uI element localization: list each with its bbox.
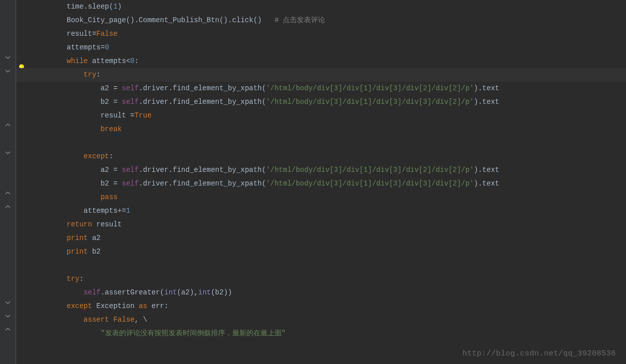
fold-end-icon[interactable] [5, 122, 11, 130]
code-line[interactable] [16, 136, 626, 150]
code-line[interactable]: except Exception as err: [16, 299, 626, 313]
code-line[interactable]: a2 = self.driver.find_element_by_xpath('… [16, 82, 626, 95]
gutter: 💡 [0, 0, 16, 364]
code-line[interactable] [16, 259, 626, 272]
code-line[interactable]: result=False [16, 27, 626, 41]
fold-end-icon[interactable] [5, 204, 11, 212]
code-line[interactable]: b2 = self.driver.find_element_by_xpath('… [16, 95, 626, 109]
code-line[interactable]: print a2 [16, 231, 626, 245]
code-line[interactable]: try: [16, 272, 626, 286]
code-line[interactable]: result =True [16, 109, 626, 123]
fold-end-icon[interactable] [5, 190, 11, 198]
code-area[interactable]: time.sleep(1) Book_City_page().Comment_P… [16, 0, 626, 364]
code-line[interactable]: a2 = self.driver.find_element_by_xpath('… [16, 163, 626, 177]
code-line[interactable]: break [16, 123, 626, 136]
code-line[interactable]: return result [16, 218, 626, 231]
watermark-text: http://blog.csdn.net/qq_39208536 [462, 349, 616, 358]
code-line[interactable]: assert False, \ [16, 313, 626, 327]
fold-marker-icon[interactable] [5, 68, 11, 76]
code-line[interactable]: Book_City_page().Comment_Publish_Btn().c… [16, 14, 626, 27]
code-line[interactable]: print b2 [16, 245, 626, 259]
code-line-current[interactable]: try: [16, 68, 626, 82]
editor-container: 💡 time.sleep(1) Book_City_page().Comment… [0, 0, 626, 364]
code-line[interactable]: self.assertGreater(int(a2),int(b2)) [16, 286, 626, 299]
fold-marker-icon[interactable] [5, 299, 11, 307]
fold-end-icon[interactable] [5, 326, 11, 334]
code-line[interactable]: attempts+=1 [16, 204, 626, 218]
code-line[interactable]: "发表的评论没有按照发表时间倒叙排序，最新的在最上面" [16, 327, 626, 340]
code-line[interactable]: except: [16, 150, 626, 163]
code-line[interactable]: time.sleep(1) [16, 0, 626, 14]
fold-marker-icon[interactable] [5, 313, 11, 321]
code-line[interactable]: b2 = self.driver.find_element_by_xpath('… [16, 177, 626, 191]
code-line[interactable]: attempts=0 [16, 41, 626, 54]
code-line[interactable]: while attempts<0: [16, 54, 626, 68]
fold-marker-icon[interactable] [5, 149, 11, 157]
fold-marker-icon[interactable] [5, 54, 11, 62]
code-line[interactable]: pass [16, 191, 626, 204]
